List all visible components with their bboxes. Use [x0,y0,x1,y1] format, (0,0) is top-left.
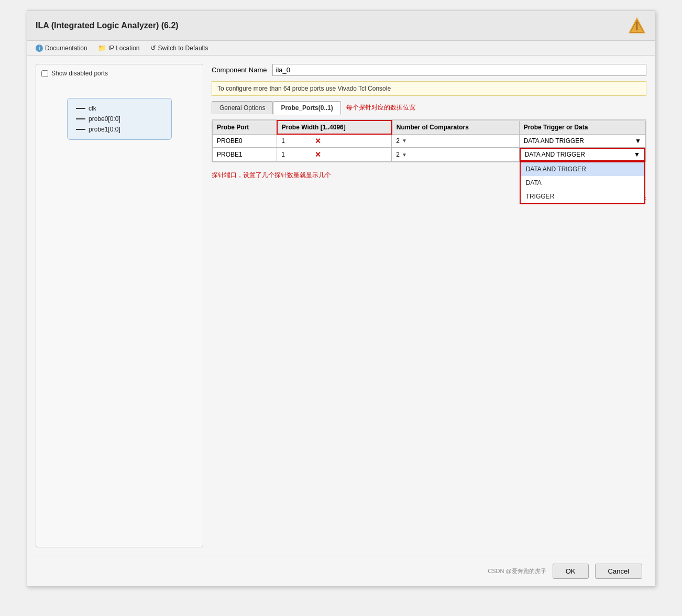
probe1-trigger-select[interactable]: DATA AND TRIGGER ▼ [520,148,645,161]
probe1-trigger-value: DATA AND TRIGGER [525,151,585,158]
refresh-icon: ↺ [150,44,156,52]
documentation-button[interactable]: i Documentation [36,45,87,52]
probe1-width-input[interactable] [281,151,313,158]
table-header-row: Probe Port Probe Width [1..4096] Number … [213,120,646,134]
probe0-clear-icon[interactable]: ✕ [315,137,321,145]
toolbar: i Documentation 📁 IP Location ↺ Switch t… [27,41,655,56]
port-line-icon [76,118,85,119]
probe-table-container: Probe Port Probe Width [1..4096] Number … [212,119,646,162]
ok-button[interactable]: OK [553,564,589,579]
dropdown-item-trigger[interactable]: TRIGGER [521,190,644,203]
tab-annotation: 每个探针对应的数据位宽 [346,103,415,112]
probe0-trigger-value: DATA AND TRIGGER [524,137,584,145]
cancel-button[interactable]: Cancel [595,564,642,579]
probe0-port-label: PROBE0 [213,135,277,147]
main-content: Show disabled ports clk probe0[0:0] prob… [27,56,655,556]
col-probe-width: Probe Width [1..4096] [277,120,392,134]
tab-general-options[interactable]: General Options [212,101,273,114]
port-line-icon [76,108,85,109]
probe1-comparators-value: 2 [396,151,400,158]
watermark: CSDN @爱奔跑的虎子 [40,567,546,575]
title-bar: ILA (Integrated Logic Analyzer) (6.2) [27,11,655,41]
probe1-width-cell: ✕ [277,148,392,162]
col-num-comparators: Number of Comparators [392,120,519,134]
probe0-width-input[interactable] [281,137,313,145]
right-panel: Component Name To configure more than 64… [212,64,646,547]
trigger-dropdown: DATA AND TRIGGER DATA TRIGGER [520,161,645,204]
probe0-label: probe0[0:0] [89,115,120,123]
clk-port: clk [76,105,163,112]
probe1-trigger-arrow-icon: ▼ [634,151,640,158]
dropdown-item-data[interactable]: DATA [521,176,644,190]
folder-icon: 📁 [98,44,106,52]
probe1-clear-icon[interactable]: ✕ [315,150,321,159]
left-panel: Show disabled ports clk probe0[0:0] prob… [36,64,203,547]
probe1-port-cell: PROBE1 [213,148,277,162]
probe1-comparators-arrow-icon[interactable]: ▼ [402,152,407,158]
probe0-comparators-cell: 2 ▼ [392,134,519,148]
table-row: PROBE1 ✕ 2 ▼ [213,148,646,162]
info-icon: i [36,45,43,52]
switch-defaults-label: Switch to Defaults [158,45,208,52]
show-disabled-row: Show disabled ports [41,70,197,77]
dropdown-item-data-and-trigger[interactable]: DATA AND TRIGGER [521,162,644,176]
probe1-label: probe1[0:0] [89,126,120,133]
table-row: PROBE0 ✕ 2 ▼ [213,134,646,148]
probe0-port: probe0[0:0] [76,115,163,123]
tabs-row: General Options Probe_Ports(0..1) 每个探针对应… [212,101,646,114]
footer: CSDN @爱奔跑的虎子 OK Cancel [27,556,655,586]
port-line-icon [76,129,85,130]
ip-location-button[interactable]: 📁 IP Location [98,44,140,52]
component-name-input[interactable] [272,64,647,76]
info-bar-text: To configure more than 64 probe ports us… [217,85,391,92]
show-disabled-label: Show disabled ports [51,70,108,77]
show-disabled-checkbox[interactable] [41,70,48,77]
probe0-width-cell: ✕ [277,134,392,148]
documentation-label: Documentation [45,45,87,52]
probe1-port-label: PROBE1 [213,149,277,160]
switch-defaults-button[interactable]: ↺ Switch to Defaults [150,44,208,52]
tab-probe-label: Probe_Ports(0..1) [281,104,333,112]
probe0-trigger-cell: DATA AND TRIGGER ▼ [519,134,645,148]
probe1-port: probe1[0:0] [76,126,163,133]
probe1-comparators-cell: 2 ▼ [392,148,519,162]
probe0-comparators-value: 2 [396,137,400,145]
dialog-title: ILA (Integrated Logic Analyzer) (6.2) [36,21,179,30]
probe1-trigger-cell: DATA AND TRIGGER ▼ DATA AND TRIGGER DATA… [519,148,645,162]
probe-table: Probe Port Probe Width [1..4096] Number … [212,120,646,162]
clk-label: clk [89,105,96,112]
component-preview-box: clk probe0[0:0] probe1[0:0] [67,98,172,140]
probe0-port-cell: PROBE0 [213,134,277,148]
component-name-label: Component Name [212,66,267,74]
ip-location-label: IP Location [108,45,140,52]
col-probe-port: Probe Port [213,120,277,134]
xilinx-logo-icon [628,16,646,35]
col-probe-trigger: Probe Trigger or Data [519,120,645,134]
info-bar: To configure more than 64 probe ports us… [212,81,646,96]
component-name-row: Component Name [212,64,646,76]
probe0-trigger-arrow-icon: ▼ [635,137,641,145]
tab-probe-ports[interactable]: Probe_Ports(0..1) [273,101,340,115]
probe0-trigger-select[interactable]: DATA AND TRIGGER ▼ [520,135,645,147]
probe0-comparators-arrow-icon[interactable]: ▼ [402,138,407,144]
tab-general-label: General Options [219,104,265,112]
